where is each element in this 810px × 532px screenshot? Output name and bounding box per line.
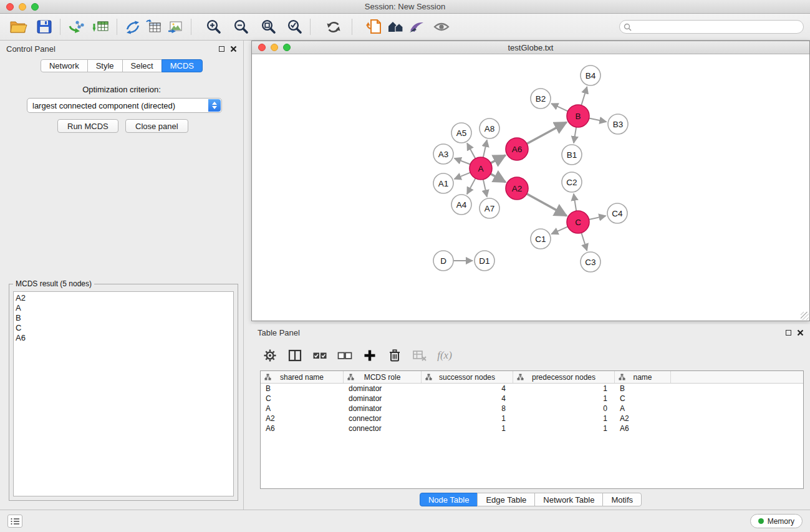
mcds-result-item[interactable]: A6: [16, 333, 233, 343]
float-panel-icon[interactable]: [219, 46, 224, 52]
table-row[interactable]: Cdominator41C: [261, 394, 803, 404]
cell-shared-name[interactable]: A2: [261, 414, 344, 423]
network-arrows-icon[interactable]: [122, 17, 143, 37]
zoom-window-icon[interactable]: [31, 3, 39, 11]
zoom-selected-icon[interactable]: [284, 17, 305, 37]
task-history-button[interactable]: [7, 515, 22, 528]
edge-A6-B[interactable]: [527, 122, 567, 143]
float-table-panel-icon[interactable]: [786, 330, 791, 336]
edge-B-B4[interactable]: [581, 87, 587, 105]
edge-C-C4[interactable]: [589, 216, 606, 220]
table-row[interactable]: Adominator80A: [261, 404, 803, 414]
edge-A-A2[interactable]: [491, 174, 506, 182]
edge-C-C2[interactable]: [574, 194, 576, 211]
cell-mcds-role[interactable]: dominator: [344, 384, 422, 394]
cell-successor-nodes[interactable]: 1: [422, 414, 513, 423]
edge-A-A4[interactable]: [467, 178, 476, 194]
cell-name[interactable]: C: [615, 394, 671, 404]
annotation-doc-icon[interactable]: [364, 17, 385, 37]
edge-A-A1[interactable]: [455, 173, 471, 179]
column-header-predecessor-nodes[interactable]: predecessor nodes: [513, 371, 615, 383]
column-header-mcds-role[interactable]: MCDS role: [344, 371, 422, 383]
window-resize-grip[interactable]: [801, 312, 809, 320]
table-tab-edge-table[interactable]: Edge Table: [477, 493, 535, 506]
tab-style[interactable]: Style: [87, 59, 123, 72]
edge-A-A8[interactable]: [483, 140, 487, 158]
close-network-window-icon[interactable]: [258, 44, 266, 51]
edge-C-C3[interactable]: [581, 233, 587, 251]
edge-A-A6[interactable]: [491, 155, 506, 163]
zoom-fit-icon[interactable]: [258, 17, 279, 37]
table-row[interactable]: A6connector11A6: [261, 423, 803, 433]
edge-A-A3[interactable]: [455, 158, 470, 165]
node-A6[interactable]: A6: [506, 138, 528, 160]
edge-B-B2[interactable]: [551, 104, 567, 111]
close-panel-button[interactable]: Close panel: [125, 119, 188, 133]
tab-select[interactable]: Select: [122, 59, 162, 72]
save-icon[interactable]: [34, 17, 55, 37]
style-brush-icon[interactable]: [406, 17, 427, 37]
cell-mcds-role[interactable]: connector: [344, 414, 422, 423]
cell-successor-nodes[interactable]: 4: [422, 384, 513, 394]
function-icon[interactable]: f(x): [435, 346, 455, 365]
cell-predecessor-nodes[interactable]: 0: [513, 404, 615, 414]
home-icon[interactable]: [385, 17, 406, 37]
node-A8[interactable]: A8: [480, 118, 499, 138]
cell-shared-name[interactable]: A6: [261, 423, 344, 433]
cell-mcds-role[interactable]: dominator: [344, 404, 422, 414]
columns-icon[interactable]: [285, 346, 305, 365]
settings-gear-icon[interactable]: [260, 346, 280, 365]
edge-A-A5[interactable]: [467, 143, 475, 158]
node-A2[interactable]: A2: [506, 177, 528, 200]
node-B2[interactable]: B2: [531, 89, 551, 109]
network-window-titlebar[interactable]: testGlobe.txt: [252, 41, 809, 54]
new-table-icon[interactable]: [143, 17, 165, 37]
edge-B-B3[interactable]: [589, 118, 607, 122]
cell-predecessor-nodes[interactable]: 1: [513, 384, 615, 394]
table-row[interactable]: Bdominator41B: [261, 384, 803, 394]
export-image-icon[interactable]: [165, 17, 186, 37]
node-A3[interactable]: A3: [433, 144, 453, 164]
cell-successor-nodes[interactable]: 8: [422, 404, 513, 414]
criterion-dropdown[interactable]: largest connected component (directed): [27, 98, 222, 113]
open-folder-icon[interactable]: [7, 17, 29, 37]
refresh-icon[interactable]: [323, 17, 344, 37]
edge-A2-C[interactable]: [527, 194, 567, 216]
node-C2[interactable]: C2: [562, 172, 582, 192]
edge-A-A7[interactable]: [483, 180, 487, 197]
cell-mcds-role[interactable]: connector: [344, 423, 422, 433]
node-A5[interactable]: A5: [451, 123, 471, 143]
minimize-window-icon[interactable]: [19, 3, 26, 11]
node-C[interactable]: C: [567, 211, 589, 233]
cell-shared-name[interactable]: B: [261, 384, 344, 394]
column-header-successor-nodes[interactable]: successor nodes: [422, 371, 513, 383]
close-panel-icon[interactable]: [230, 46, 237, 52]
mcds-result-item[interactable]: A: [16, 303, 233, 313]
edge-C-C1[interactable]: [551, 226, 567, 234]
edge-B-B1[interactable]: [574, 127, 576, 143]
window-titlebar[interactable]: Session: New Session: [0, 0, 810, 14]
node-B[interactable]: B: [567, 105, 589, 127]
mcds-result-item[interactable]: C: [16, 323, 233, 333]
node-B3[interactable]: B3: [608, 114, 628, 134]
node-A[interactable]: A: [470, 157, 492, 180]
node-B1[interactable]: B1: [562, 145, 582, 165]
cell-name[interactable]: B: [615, 384, 671, 394]
node-D[interactable]: D: [433, 251, 453, 271]
search-input[interactable]: [619, 20, 804, 34]
zoom-network-window-icon[interactable]: [283, 44, 291, 51]
node-A7[interactable]: A7: [480, 198, 499, 218]
cell-name[interactable]: A2: [615, 414, 671, 423]
node-C1[interactable]: C1: [531, 229, 551, 249]
cell-name[interactable]: A6: [615, 423, 671, 433]
close-window-icon[interactable]: [6, 3, 14, 11]
select-all-icon[interactable]: [310, 346, 330, 365]
cell-predecessor-nodes[interactable]: 1: [513, 423, 615, 433]
minimize-network-window-icon[interactable]: [271, 44, 278, 51]
node-B4[interactable]: B4: [581, 65, 600, 85]
zoom-out-icon[interactable]: [230, 17, 251, 37]
column-header-name[interactable]: name: [615, 371, 671, 383]
column-header-shared-name[interactable]: shared name: [261, 371, 344, 383]
cell-mcds-role[interactable]: dominator: [344, 394, 422, 404]
tab-network[interactable]: Network: [41, 59, 88, 72]
